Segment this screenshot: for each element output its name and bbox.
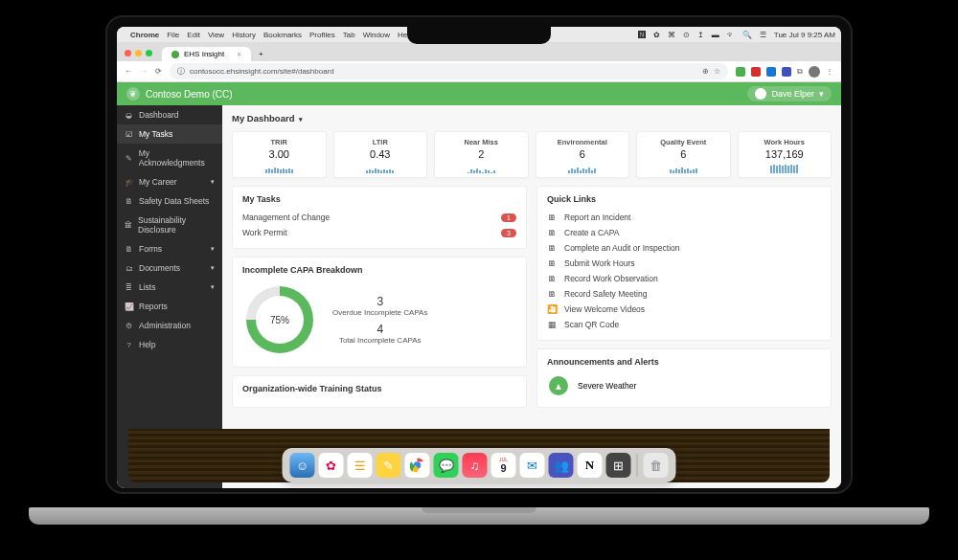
- messages-icon[interactable]: 💬: [434, 453, 459, 478]
- quick-link[interactable]: 🎦View Welcome Videos: [547, 302, 821, 317]
- bookmark-icon[interactable]: ☆: [714, 67, 720, 76]
- kpi-card-work-hours[interactable]: Work Hours137,169: [738, 131, 833, 178]
- user-menu-button[interactable]: Dave Elper ▾: [747, 86, 832, 101]
- nav-icon: 🏛: [125, 221, 132, 230]
- music-icon[interactable]: ♫: [463, 453, 488, 478]
- browser-tab[interactable]: EHS Insight ×: [162, 47, 251, 61]
- address-bar[interactable]: ⓘ contosocc.ehsinsight.com/site#/dashboa…: [170, 63, 728, 79]
- site-info-icon[interactable]: ⓘ: [177, 66, 185, 77]
- nav-back-icon[interactable]: ←: [125, 67, 132, 76]
- menu-tab[interactable]: Tab: [343, 31, 355, 39]
- window-close-icon[interactable]: [125, 50, 131, 56]
- laptop-base: [29, 507, 929, 525]
- chrome-menu-icon[interactable]: ⋮: [826, 67, 833, 76]
- extension-icon[interactable]: [782, 67, 791, 77]
- sidebar-item-administration[interactable]: ⚙Administration: [117, 316, 222, 335]
- sidebar-item-my-acknowledgments[interactable]: ✎My Acknowledgments: [117, 144, 222, 172]
- trash-icon[interactable]: 🗑: [644, 453, 669, 478]
- menu-file[interactable]: File: [167, 31, 179, 39]
- nav-reload-icon[interactable]: ⟳: [155, 67, 162, 76]
- extension-icon[interactable]: [766, 67, 776, 77]
- menu-bookmarks[interactable]: Bookmarks: [263, 31, 302, 39]
- menu-window[interactable]: Window: [363, 31, 390, 39]
- chevron-down-icon: ▾: [819, 89, 824, 99]
- new-tab-button[interactable]: +: [251, 47, 271, 61]
- kpi-card-ltir[interactable]: LTIR0.43: [333, 131, 428, 178]
- kpi-card-quality-event[interactable]: Quality Event6: [636, 131, 731, 178]
- kpi-sparkline: [641, 164, 726, 173]
- task-row[interactable]: Management of Change1: [242, 210, 516, 225]
- chrome-icon[interactable]: [405, 453, 430, 478]
- page-title-dropdown[interactable]: My Dashboard ▾: [232, 113, 832, 123]
- app-title: Contoso Demo (CC): [146, 89, 233, 100]
- sidebar-item-lists[interactable]: ≣Lists▾: [117, 278, 222, 297]
- extension-icon[interactable]: [751, 67, 761, 77]
- teams-icon[interactable]: 👥: [549, 453, 574, 478]
- alert-item[interactable]: ▲ Severe Weather: [547, 372, 821, 399]
- extensions-menu-icon[interactable]: ⧉: [797, 67, 803, 77]
- sidebar-item-my-tasks[interactable]: ☑My Tasks: [117, 124, 222, 144]
- sidebar-item-help[interactable]: ?Help: [117, 335, 222, 354]
- menu-edit[interactable]: Edit: [187, 31, 200, 39]
- control-center-icon[interactable]: ☰: [760, 31, 766, 39]
- macos-dock: ☺ ✿ ☰ ✎ 💬 ♫ JUL9 ✉ 👥 N ⊞ 🗑: [283, 448, 676, 482]
- capa-panel: Incomplete CAPA Breakdown 75% 3 Overdue …: [232, 257, 527, 368]
- overdue-count: 3: [332, 295, 427, 308]
- sidebar-item-label: My Tasks: [139, 129, 172, 139]
- window-zoom-icon[interactable]: [146, 50, 152, 56]
- search-icon[interactable]: 🔍: [742, 31, 752, 39]
- panel-title: Quick Links: [547, 194, 821, 204]
- menubar-app[interactable]: Chrome: [130, 31, 159, 39]
- nav-icon: 📈: [125, 302, 133, 311]
- profile-avatar[interactable]: [809, 66, 820, 78]
- quick-link[interactable]: 🗎Report an Incident: [547, 210, 821, 225]
- quick-link[interactable]: 🗎Submit Work Hours: [547, 256, 821, 271]
- notes-icon[interactable]: ✎: [376, 453, 401, 478]
- status-icon[interactable]: 🅽: [638, 31, 646, 39]
- kpi-title: Near Miss: [439, 138, 524, 146]
- task-row[interactable]: Work Permit3: [242, 225, 516, 240]
- status-icon[interactable]: ⊙: [683, 31, 690, 39]
- quick-link[interactable]: ▦Scan QR Code: [547, 317, 821, 332]
- quick-link[interactable]: 🗎Record Work Observation: [547, 271, 821, 286]
- outlook-icon[interactable]: ✉: [520, 453, 545, 478]
- sidebar-item-forms[interactable]: 🗎Forms▾: [117, 239, 222, 258]
- reminders-icon[interactable]: ☰: [348, 453, 373, 478]
- clock[interactable]: Tue Jul 9 9:25 AM: [774, 31, 835, 39]
- sidebar-item-documents[interactable]: 🗂Documents▾: [117, 258, 222, 278]
- menu-history[interactable]: History: [232, 31, 256, 39]
- kpi-card-near-miss[interactable]: Near Miss2: [434, 131, 529, 178]
- menu-view[interactable]: View: [208, 31, 224, 39]
- sidebar-item-dashboard[interactable]: ◒Dashboard: [117, 105, 222, 124]
- sidebar-item-my-career[interactable]: 🎓My Career▾: [117, 172, 222, 191]
- status-icon[interactable]: ↥: [697, 31, 704, 39]
- battery-icon[interactable]: ▬: [712, 31, 719, 39]
- window-minimize-icon[interactable]: [135, 50, 142, 56]
- sidebar: ◒Dashboard☑My Tasks✎My Acknowledgments🎓M…: [117, 105, 222, 488]
- sidebar-collapse-button[interactable]: ‹: [214, 473, 217, 482]
- calculator-icon[interactable]: ⊞: [606, 453, 631, 478]
- link-icon: 🗎: [547, 258, 558, 268]
- quick-link[interactable]: 🗎Record Safety Meeting: [547, 286, 821, 302]
- quick-link[interactable]: 🗎Create a CAPA: [547, 225, 821, 240]
- sidebar-item-safety-data-sheets[interactable]: 🗎Safety Data Sheets: [117, 191, 222, 211]
- tab-close-icon[interactable]: ×: [237, 50, 241, 58]
- nav-forward-icon[interactable]: →: [140, 67, 148, 76]
- kpi-card-trir[interactable]: TRIR3.00: [232, 131, 327, 178]
- extension-icon[interactable]: [736, 67, 745, 77]
- quick-link[interactable]: 🗎Complete an Audit or Inspection: [547, 240, 821, 256]
- install-app-icon[interactable]: ⊕: [702, 67, 709, 76]
- finder-icon[interactable]: ☺: [290, 453, 315, 478]
- photos-icon[interactable]: ✿: [319, 453, 344, 478]
- status-icon[interactable]: ⌘: [668, 31, 675, 39]
- status-icon[interactable]: ✿: [653, 31, 660, 39]
- sidebar-item-sustainability-disclosure[interactable]: 🏛Sustainability Disclosure: [117, 211, 222, 239]
- sidebar-item-reports[interactable]: 📈Reports: [117, 297, 222, 316]
- app-logo-icon[interactable]: ❦: [126, 87, 140, 101]
- notion-icon[interactable]: N: [578, 453, 603, 478]
- calendar-icon[interactable]: JUL9: [491, 453, 516, 478]
- menu-profiles[interactable]: Profiles: [309, 31, 335, 39]
- kpi-card-environmental[interactable]: Environmental6: [536, 131, 630, 178]
- sidebar-item-label: Help: [139, 340, 155, 349]
- wifi-icon[interactable]: ᯤ: [727, 31, 735, 39]
